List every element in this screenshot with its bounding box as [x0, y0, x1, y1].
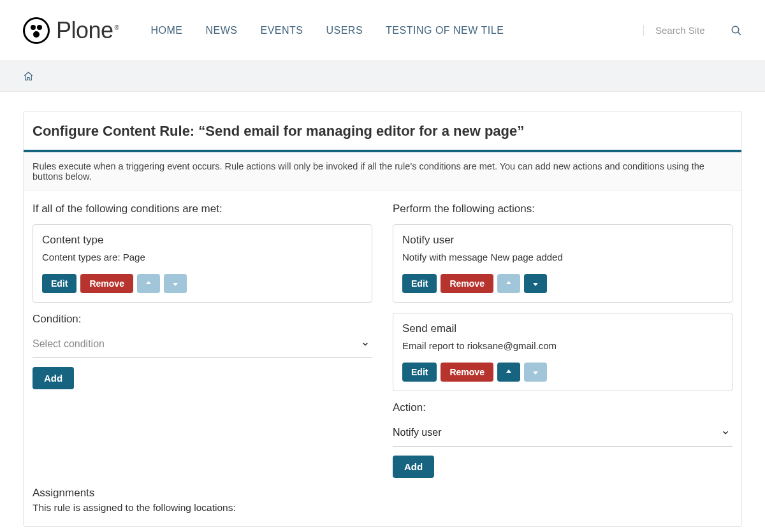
edit-button[interactable]: Edit [402, 274, 437, 293]
chevron-down-icon [361, 340, 370, 349]
home-icon[interactable] [23, 71, 34, 81]
assignments-section: Assignments This rule is assigned to the… [24, 487, 741, 526]
condition-title: Content type [42, 234, 363, 247]
action-subheading: Action: [393, 401, 732, 414]
edit-button[interactable]: Edit [42, 274, 76, 293]
action-select-value: Notify user [393, 427, 721, 438]
add-action-button[interactable]: Add [393, 456, 434, 478]
action-desc: Notify with message New page added [402, 252, 723, 262]
remove-button[interactable]: Remove [441, 363, 493, 382]
nav-users[interactable]: USERS [326, 25, 363, 36]
nav-testing[interactable]: TESTING OF NEW TILE [386, 25, 504, 36]
remove-button[interactable]: Remove [441, 274, 493, 293]
move-down-button[interactable] [524, 274, 547, 293]
breadcrumb [0, 61, 765, 92]
condition-card: Content type Content types are: Page Edi… [33, 224, 372, 303]
search-input[interactable] [655, 25, 719, 36]
condition-select[interactable]: Select condition [33, 332, 372, 358]
search-icon[interactable] [731, 25, 742, 36]
svg-point-0 [732, 26, 739, 33]
actions-heading: Perform the following actions: [393, 203, 732, 215]
main-nav: HOME NEWS EVENTS USERS TESTING OF NEW TI… [150, 25, 504, 36]
add-condition-button[interactable]: Add [33, 367, 74, 389]
search-box [643, 25, 742, 36]
edit-button[interactable]: Edit [402, 363, 437, 382]
conditions-heading: If all of the following conditions are m… [33, 203, 372, 215]
nav-home[interactable]: HOME [150, 25, 182, 36]
config-panel: Configure Content Rule: “Send email for … [23, 111, 742, 527]
action-card-email: Send email Email report to rioksane@gmai… [393, 313, 732, 391]
remove-button[interactable]: Remove [80, 274, 133, 293]
condition-desc: Content types are: Page [42, 252, 363, 262]
assignments-desc: This rule is assigned to the following l… [33, 502, 732, 514]
move-up-button[interactable] [497, 363, 520, 382]
top-header: Plone® HOME NEWS EVENTS USERS TESTING OF… [0, 0, 765, 61]
action-title: Notify user [402, 234, 723, 247]
assignments-title: Assignments [33, 487, 732, 500]
arrow-up-icon [505, 368, 513, 376]
arrow-up-icon [505, 280, 513, 287]
page-description: Rules execute when a triggering event oc… [24, 152, 741, 191]
action-card-notify: Notify user Notify with message New page… [393, 224, 732, 303]
action-select[interactable]: Notify user [393, 421, 732, 447]
svg-line-1 [738, 32, 741, 35]
arrow-up-icon [145, 280, 152, 287]
move-up-button[interactable] [497, 274, 520, 293]
actions-column: Perform the following actions: Notify us… [393, 203, 732, 478]
logo-text: Plone® [56, 17, 119, 44]
action-title: Send email [402, 322, 723, 335]
conditions-column: If all of the following conditions are m… [33, 203, 372, 478]
logo[interactable]: Plone® [23, 17, 119, 44]
move-up-button[interactable] [137, 274, 160, 293]
move-down-button[interactable] [524, 363, 547, 382]
arrow-down-icon [532, 368, 539, 376]
arrow-down-icon [171, 280, 179, 287]
page-title: Configure Content Rule: “Send email for … [24, 111, 741, 150]
arrow-down-icon [532, 280, 539, 287]
plone-logo-icon [23, 17, 50, 44]
action-desc: Email report to rioksane@gmail.com [402, 340, 723, 351]
chevron-down-icon [721, 428, 730, 437]
move-down-button[interactable] [164, 274, 187, 293]
condition-subheading: Condition: [33, 313, 372, 326]
nav-news[interactable]: NEWS [205, 25, 237, 36]
nav-events[interactable]: EVENTS [260, 25, 303, 36]
condition-select-placeholder: Select condition [33, 338, 361, 350]
